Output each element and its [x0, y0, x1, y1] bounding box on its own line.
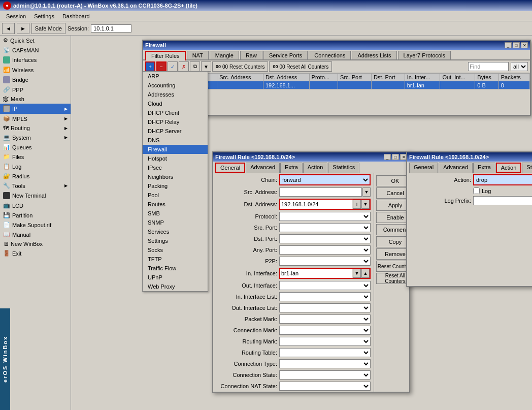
submenu-settings[interactable]: Settings: [143, 236, 208, 245]
add-rule-button[interactable]: +: [145, 61, 155, 72]
sidebar-item-mpls[interactable]: 📦 MPLS ▶: [0, 114, 71, 123]
back-button[interactable]: ◄: [2, 23, 15, 34]
sidebar-item-mesh[interactable]: 🕸 Mesh: [0, 94, 71, 104]
p2p-select[interactable]: [279, 257, 371, 266]
out-interface-select[interactable]: [279, 281, 371, 290]
connection-mark-select[interactable]: [279, 326, 371, 335]
sidebar-item-newwinbox[interactable]: 🖥 New WinBox: [0, 239, 71, 248]
submenu-firewall[interactable]: Firewall: [143, 145, 208, 154]
submenu-packing[interactable]: Packing: [143, 181, 208, 191]
submenu-hotspot[interactable]: Hotspot: [143, 154, 208, 163]
tab-mangle[interactable]: Mangle: [210, 51, 239, 59]
submenu-dhcpclient[interactable]: DHCP Client: [143, 108, 208, 117]
submenu-addresses[interactable]: Addresses: [143, 90, 208, 99]
submenu-dhcpserver[interactable]: DHCP Server: [143, 127, 208, 136]
submenu-services[interactable]: Services: [143, 227, 208, 236]
tab-left-advanced[interactable]: Advanced: [246, 163, 280, 173]
filter-button[interactable]: ▼: [201, 61, 211, 72]
dst-address-dropdown[interactable]: ▼: [361, 200, 370, 209]
forward-button[interactable]: ►: [17, 23, 29, 34]
sidebar-item-queues[interactable]: 📊 Queues: [0, 142, 71, 152]
menu-dashboard[interactable]: Dashboard: [58, 12, 94, 20]
restore-left-button[interactable]: □: [392, 154, 399, 160]
tab-layer7[interactable]: Layer7 Protocols: [398, 51, 451, 59]
tab-left-statistics[interactable]: Statistics: [328, 163, 359, 173]
menu-session[interactable]: Session: [2, 12, 30, 20]
tab-right-extra[interactable]: Extra: [473, 163, 495, 173]
minimize-button[interactable]: _: [505, 42, 512, 48]
sidebar-item-files[interactable]: 📁 Files: [0, 152, 71, 162]
copy-rule-button[interactable]: ⧉: [190, 61, 200, 72]
sidebar-item-ip[interactable]: IP ▶: [0, 104, 71, 114]
submenu-accounting[interactable]: Accounting: [143, 81, 208, 90]
log-prefix-input[interactable]: [473, 196, 532, 205]
tab-address-lists[interactable]: Address Lists: [352, 51, 396, 59]
src-address-input[interactable]: [279, 187, 362, 197]
submenu-trafficflow[interactable]: Traffic Flow: [143, 264, 208, 273]
minimize-left-button[interactable]: _: [384, 154, 391, 160]
src-address-dropdown[interactable]: ▼: [362, 187, 371, 197]
sidebar-item-ppp[interactable]: 🔗 PPP: [0, 85, 71, 94]
tab-service-ports[interactable]: Service Ports: [263, 51, 308, 59]
sidebar-item-routing[interactable]: 🗺 Routing ▶: [0, 123, 71, 133]
sidebar-item-wireless[interactable]: 📶 Wireless: [0, 65, 71, 75]
routing-mark-select[interactable]: [279, 337, 371, 346]
sidebar-item-log[interactable]: 📋 Log: [0, 162, 71, 171]
tab-right-statistics[interactable]: Statistics: [522, 163, 532, 173]
filter-select[interactable]: all: [511, 62, 528, 71]
protocol-select[interactable]: [279, 212, 371, 221]
submenu-smb[interactable]: SMB: [143, 209, 208, 218]
sidebar-item-radius[interactable]: 🔐 Radius: [0, 171, 71, 181]
submenu-socks[interactable]: Socks: [143, 245, 208, 255]
submenu-dns[interactable]: DNS: [143, 136, 208, 145]
connection-nat-select[interactable]: [279, 382, 371, 391]
in-interface-input[interactable]: [280, 269, 352, 278]
submenu-dhcprelay[interactable]: DHCP Relay: [143, 117, 208, 127]
submenu-pool[interactable]: Pool: [143, 191, 208, 200]
submenu-webproxy[interactable]: Web Proxy: [143, 282, 208, 291]
tab-left-extra[interactable]: Extra: [280, 163, 303, 173]
tab-raw[interactable]: Raw: [240, 51, 262, 59]
sidebar-item-capsman[interactable]: 📡 CAPsMAN: [0, 45, 71, 55]
sidebar-item-partition[interactable]: 💾 Partition: [0, 210, 71, 220]
any-port-select[interactable]: [279, 245, 371, 255]
reset-counters-button[interactable]: 00 00 Reset Counters: [212, 61, 268, 72]
submenu-cloud[interactable]: Cloud: [143, 99, 208, 108]
out-iface-list-select[interactable]: [279, 303, 371, 312]
submenu-neighbors[interactable]: Neighbors: [143, 172, 208, 181]
routing-table-select[interactable]: [279, 348, 371, 357]
log-checkbox-label[interactable]: Log: [473, 187, 491, 194]
tab-nat[interactable]: NAT: [187, 51, 209, 59]
disable-rule-button[interactable]: ✗: [179, 61, 189, 72]
dst-address-negate[interactable]: !: [353, 200, 361, 209]
action-select[interactable]: drop: [474, 175, 532, 184]
src-port-select[interactable]: [279, 223, 371, 232]
tab-left-general[interactable]: General: [215, 163, 245, 173]
search-input[interactable]: [468, 62, 509, 71]
chain-select[interactable]: forward: [280, 175, 370, 184]
close-button[interactable]: ✕: [521, 42, 528, 48]
submenu-routes[interactable]: Routes: [143, 200, 208, 209]
in-interface-up[interactable]: ▲: [361, 269, 370, 278]
packet-mark-select[interactable]: [279, 314, 371, 324]
connection-state-select[interactable]: [279, 370, 371, 380]
enable-rule-button[interactable]: ✓: [168, 61, 178, 72]
sidebar-item-manual[interactable]: 📖 Manual: [0, 230, 71, 239]
safe-mode-button[interactable]: Safe Mode: [31, 23, 65, 34]
tab-filter-rules[interactable]: Filter Rules: [145, 51, 186, 60]
reset-all-counters-button[interactable]: 00 00 Reset All Counters: [269, 61, 332, 72]
tab-right-general[interactable]: General: [409, 163, 438, 173]
in-iface-list-select[interactable]: [279, 292, 371, 301]
tab-right-advanced[interactable]: Advanced: [439, 163, 473, 173]
sidebar-item-makesupout[interactable]: 📄 Make Supout.rif: [0, 220, 71, 230]
sidebar-item-system[interactable]: 💻 System ▶: [0, 133, 71, 142]
sidebar-item-bridge[interactable]: Bridge: [0, 75, 71, 85]
remove-rule-button[interactable]: −: [156, 61, 167, 72]
submenu-arp[interactable]: ARP: [143, 72, 208, 81]
tab-right-action[interactable]: Action: [496, 163, 522, 173]
sidebar-item-tools[interactable]: 🔧 Tools ▶: [0, 181, 71, 191]
sidebar-item-interfaces[interactable]: Interfaces: [0, 55, 71, 65]
maximize-button[interactable]: □: [513, 42, 520, 48]
tab-left-action[interactable]: Action: [303, 163, 328, 173]
sidebar-item-newterminal[interactable]: New Terminal: [0, 191, 71, 201]
